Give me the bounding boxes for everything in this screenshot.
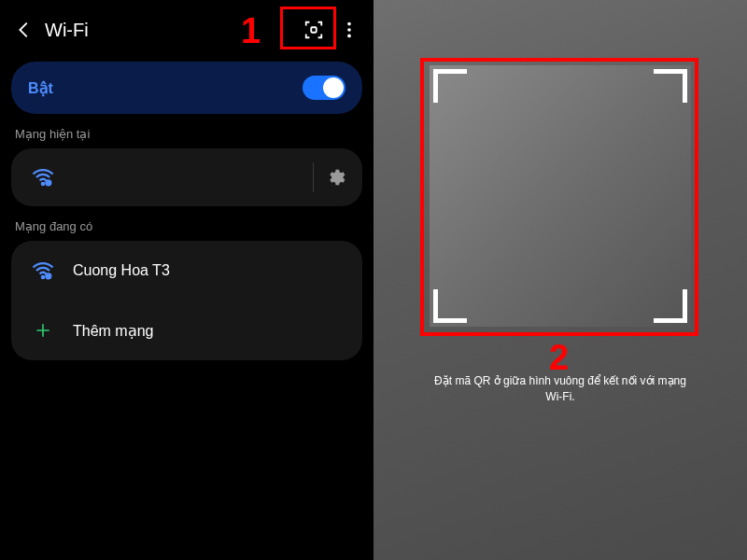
plus-icon <box>28 315 58 345</box>
wifi-toggle-label: Bật <box>28 79 303 97</box>
svg-point-7 <box>42 276 44 278</box>
svg-point-2 <box>347 28 351 32</box>
qr-scanner-screen: Đặt mã QR ở giữa hình vuông để kết nối v… <box>374 0 747 560</box>
svg-point-3 <box>347 35 351 38</box>
wifi-settings-screen: Wi-Fi Bật Mạng hiện tại <box>0 0 374 560</box>
annotation-number-1: 1 <box>241 11 261 51</box>
network-item[interactable]: Cuong Hoa T3 <box>11 241 362 301</box>
wifi-signal-icon <box>28 162 58 192</box>
back-icon[interactable] <box>7 13 41 47</box>
add-network-label: Thêm mạng <box>73 322 153 340</box>
gear-icon[interactable] <box>319 161 353 194</box>
annotation-box-1 <box>280 7 336 49</box>
svg-point-4 <box>42 183 44 185</box>
add-network-item[interactable]: Thêm mạng <box>11 301 362 360</box>
current-network-section-label: Mạng hiện tại <box>15 127 359 141</box>
available-networks-section-label: Mạng đang có <box>15 219 359 233</box>
wifi-signal-icon <box>28 256 58 286</box>
divider <box>313 162 314 192</box>
page-title: Wi-Fi <box>45 20 89 41</box>
available-networks-list: Cuong Hoa T3 Thêm mạng <box>11 241 362 360</box>
qr-scan-instruction: Đặt mã QR ở giữa hình vuông để kết nối v… <box>430 373 691 405</box>
svg-rect-6 <box>48 182 50 185</box>
current-network-card[interactable] <box>11 148 362 206</box>
svg-point-1 <box>347 22 351 26</box>
wifi-toggle-switch[interactable] <box>303 76 345 100</box>
switch-knob <box>323 77 344 98</box>
svg-rect-9 <box>48 275 50 278</box>
annotation-number-2: 2 <box>549 338 569 378</box>
annotation-box-2 <box>420 58 698 336</box>
network-name: Cuong Hoa T3 <box>73 262 170 279</box>
more-menu-icon[interactable] <box>332 13 366 47</box>
wifi-toggle-card[interactable]: Bật <box>11 62 362 114</box>
